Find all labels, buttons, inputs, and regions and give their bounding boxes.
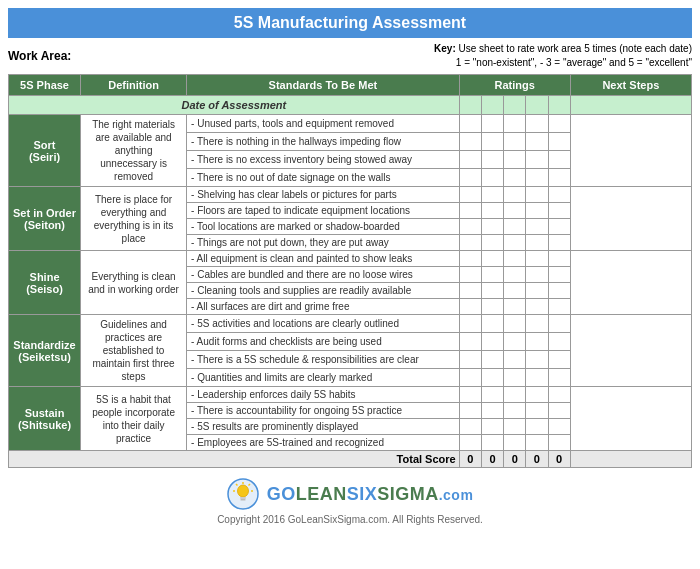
rating-cell-2-3-2[interactable] (504, 299, 526, 315)
rating-cell-3-3-1[interactable] (481, 369, 503, 387)
rating-cell-2-0-3[interactable] (526, 251, 548, 267)
next-steps-cell-2[interactable] (570, 251, 691, 315)
rating-cell-0-3-4[interactable] (548, 169, 570, 187)
rating-cell-4-2-3[interactable] (526, 419, 548, 435)
rating-cell-0-2-1[interactable] (481, 151, 503, 169)
rating-cell-0-0-0[interactable] (459, 115, 481, 133)
rating-cell-4-3-3[interactable] (526, 435, 548, 451)
date-col5[interactable] (548, 96, 570, 115)
rating-cell-2-3-4[interactable] (548, 299, 570, 315)
rating-cell-0-3-3[interactable] (526, 169, 548, 187)
rating-cell-1-1-0[interactable] (459, 203, 481, 219)
rating-cell-2-2-4[interactable] (548, 283, 570, 299)
rating-cell-1-3-1[interactable] (481, 235, 503, 251)
date-col4[interactable] (526, 96, 548, 115)
rating-cell-0-2-0[interactable] (459, 151, 481, 169)
rating-cell-0-1-4[interactable] (548, 133, 570, 151)
rating-cell-1-1-3[interactable] (526, 203, 548, 219)
rating-cell-0-0-2[interactable] (504, 115, 526, 133)
next-steps-cell-3[interactable] (570, 315, 691, 387)
rating-cell-3-3-3[interactable] (526, 369, 548, 387)
rating-cell-3-1-1[interactable] (481, 333, 503, 351)
rating-cell-0-3-0[interactable] (459, 169, 481, 187)
rating-cell-2-2-2[interactable] (504, 283, 526, 299)
rating-cell-2-2-0[interactable] (459, 283, 481, 299)
rating-cell-2-1-2[interactable] (504, 267, 526, 283)
rating-cell-4-2-0[interactable] (459, 419, 481, 435)
rating-cell-4-2-2[interactable] (504, 419, 526, 435)
rating-cell-2-2-1[interactable] (481, 283, 503, 299)
rating-cell-3-0-3[interactable] (526, 315, 548, 333)
rating-cell-0-1-0[interactable] (459, 133, 481, 151)
rating-cell-3-2-3[interactable] (526, 351, 548, 369)
rating-cell-1-2-0[interactable] (459, 219, 481, 235)
rating-cell-1-2-2[interactable] (504, 219, 526, 235)
rating-cell-0-3-1[interactable] (481, 169, 503, 187)
rating-cell-3-1-3[interactable] (526, 333, 548, 351)
rating-cell-4-0-1[interactable] (481, 387, 503, 403)
rating-cell-3-0-2[interactable] (504, 315, 526, 333)
rating-cell-1-0-0[interactable] (459, 187, 481, 203)
rating-cell-0-1-2[interactable] (504, 133, 526, 151)
rating-cell-3-0-1[interactable] (481, 315, 503, 333)
rating-cell-1-1-1[interactable] (481, 203, 503, 219)
rating-cell-4-3-1[interactable] (481, 435, 503, 451)
rating-cell-0-1-1[interactable] (481, 133, 503, 151)
rating-cell-1-0-4[interactable] (548, 187, 570, 203)
rating-cell-4-2-4[interactable] (548, 419, 570, 435)
rating-cell-2-1-0[interactable] (459, 267, 481, 283)
rating-cell-3-1-4[interactable] (548, 333, 570, 351)
rating-cell-3-1-0[interactable] (459, 333, 481, 351)
rating-cell-1-1-2[interactable] (504, 203, 526, 219)
rating-cell-2-0-1[interactable] (481, 251, 503, 267)
rating-cell-2-1-4[interactable] (548, 267, 570, 283)
rating-cell-4-0-0[interactable] (459, 387, 481, 403)
rating-cell-1-1-4[interactable] (548, 203, 570, 219)
rating-cell-2-2-3[interactable] (526, 283, 548, 299)
rating-cell-4-3-4[interactable] (548, 435, 570, 451)
rating-cell-3-3-0[interactable] (459, 369, 481, 387)
rating-cell-3-1-2[interactable] (504, 333, 526, 351)
rating-cell-2-0-0[interactable] (459, 251, 481, 267)
rating-cell-3-0-4[interactable] (548, 315, 570, 333)
date-col3[interactable] (504, 96, 526, 115)
rating-cell-4-3-0[interactable] (459, 435, 481, 451)
rating-cell-0-0-1[interactable] (481, 115, 503, 133)
rating-cell-3-3-2[interactable] (504, 369, 526, 387)
next-steps-cell-0[interactable] (570, 115, 691, 187)
next-steps-cell-1[interactable] (570, 187, 691, 251)
rating-cell-2-0-4[interactable] (548, 251, 570, 267)
rating-cell-3-2-0[interactable] (459, 351, 481, 369)
date-col1[interactable] (459, 96, 481, 115)
rating-cell-1-2-1[interactable] (481, 219, 503, 235)
rating-cell-0-2-3[interactable] (526, 151, 548, 169)
rating-cell-4-3-2[interactable] (504, 435, 526, 451)
rating-cell-2-3-3[interactable] (526, 299, 548, 315)
rating-cell-4-1-3[interactable] (526, 403, 548, 419)
rating-cell-4-2-1[interactable] (481, 419, 503, 435)
rating-cell-3-2-1[interactable] (481, 351, 503, 369)
rating-cell-4-1-2[interactable] (504, 403, 526, 419)
rating-cell-3-2-2[interactable] (504, 351, 526, 369)
rating-cell-2-3-1[interactable] (481, 299, 503, 315)
rating-cell-3-2-4[interactable] (548, 351, 570, 369)
rating-cell-4-1-4[interactable] (548, 403, 570, 419)
rating-cell-0-3-2[interactable] (504, 169, 526, 187)
rating-cell-0-2-4[interactable] (548, 151, 570, 169)
date-col2[interactable] (481, 96, 503, 115)
next-steps-cell-4[interactable] (570, 387, 691, 451)
rating-cell-0-2-2[interactable] (504, 151, 526, 169)
rating-cell-2-1-1[interactable] (481, 267, 503, 283)
rating-cell-1-3-4[interactable] (548, 235, 570, 251)
rating-cell-3-0-0[interactable] (459, 315, 481, 333)
rating-cell-1-2-3[interactable] (526, 219, 548, 235)
rating-cell-3-3-4[interactable] (548, 369, 570, 387)
rating-cell-1-3-0[interactable] (459, 235, 481, 251)
rating-cell-2-3-0[interactable] (459, 299, 481, 315)
rating-cell-0-0-4[interactable] (548, 115, 570, 133)
rating-cell-0-1-3[interactable] (526, 133, 548, 151)
rating-cell-4-0-4[interactable] (548, 387, 570, 403)
rating-cell-2-1-3[interactable] (526, 267, 548, 283)
rating-cell-4-1-1[interactable] (481, 403, 503, 419)
rating-cell-0-0-3[interactable] (526, 115, 548, 133)
